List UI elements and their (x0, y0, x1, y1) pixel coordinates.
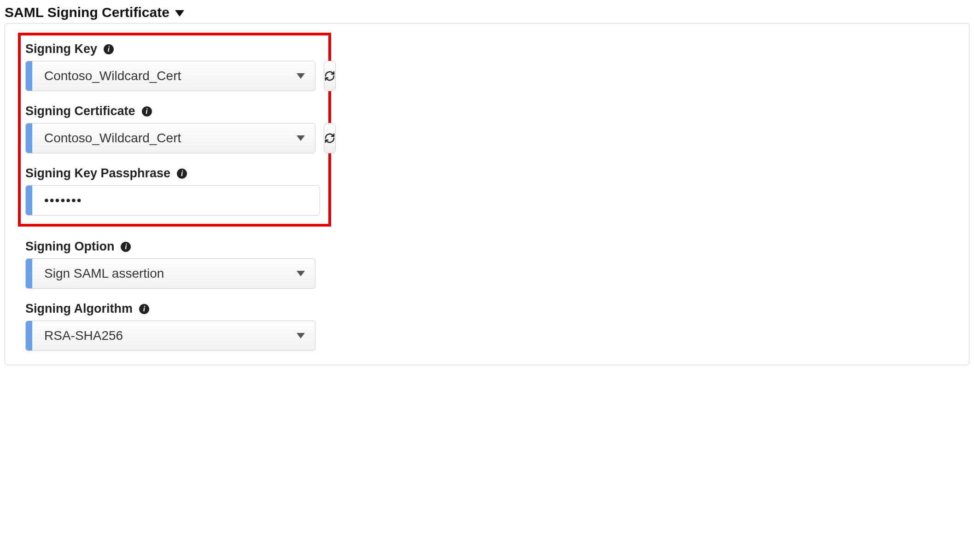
field-label-row: Signing Algorithm i (25, 302, 949, 316)
signing-key-passphrase-field[interactable] (25, 185, 320, 216)
field-label-row: Signing Key i (25, 42, 320, 56)
saml-signing-certificate-panel: Signing Key i Contoso_Wildcard_Cert (5, 23, 969, 365)
caret-down-icon (175, 10, 184, 17)
accent-bar (26, 186, 32, 215)
info-icon[interactable]: i (121, 242, 131, 252)
field-signing-key: Signing Key i Contoso_Wildcard_Cert (25, 42, 320, 91)
chevron-down-icon (297, 271, 305, 276)
accent-bar (26, 259, 32, 288)
signing-certificate-value: Contoso_Wildcard_Cert (32, 131, 297, 146)
info-icon[interactable]: i (142, 106, 152, 117)
accent-bar (26, 321, 32, 350)
signing-option-select[interactable]: Sign SAML assertion (25, 258, 315, 289)
signing-certificate-select[interactable]: Contoso_Wildcard_Cert (25, 123, 315, 153)
refresh-icon (324, 133, 335, 144)
field-label-row: Signing Option i (25, 239, 949, 254)
info-icon[interactable]: i (104, 44, 114, 54)
chevron-down-icon (297, 135, 305, 141)
chevron-down-icon (297, 333, 305, 338)
signing-key-label: Signing Key (25, 42, 97, 56)
info-icon[interactable]: i (177, 169, 187, 179)
field-label-row: Signing Certificate i (25, 104, 320, 118)
select-row: RSA-SHA256 (25, 321, 949, 351)
signing-option-label: Signing Option (25, 239, 114, 254)
refresh-button[interactable] (324, 123, 336, 153)
field-signing-option: Signing Option i Sign SAML assertion (25, 239, 949, 289)
signing-key-passphrase-label: Signing Key Passphrase (25, 166, 170, 181)
signing-algorithm-label: Signing Algorithm (25, 302, 133, 316)
select-row: Contoso_Wildcard_Cert (25, 61, 320, 91)
field-label-row: Signing Key Passphrase i (25, 166, 320, 181)
select-row: Sign SAML assertion (25, 258, 949, 289)
signing-key-value: Contoso_Wildcard_Cert (32, 69, 297, 83)
field-signing-key-passphrase: Signing Key Passphrase i (25, 166, 320, 216)
refresh-button[interactable] (324, 61, 336, 91)
section-title: SAML Signing Certificate (5, 5, 169, 20)
signing-option-value: Sign SAML assertion (32, 266, 297, 281)
accent-bar (26, 123, 32, 153)
chevron-down-icon (297, 73, 305, 79)
signing-key-passphrase-input[interactable] (32, 193, 320, 208)
accent-bar (26, 61, 32, 91)
signing-key-select[interactable]: Contoso_Wildcard_Cert (25, 61, 315, 91)
field-signing-certificate: Signing Certificate i Contoso_Wildcard_C… (25, 104, 320, 153)
field-signing-algorithm: Signing Algorithm i RSA-SHA256 (25, 302, 949, 351)
select-row: Contoso_Wildcard_Cert (25, 123, 320, 153)
signing-algorithm-select[interactable]: RSA-SHA256 (25, 321, 315, 351)
signing-algorithm-value: RSA-SHA256 (32, 328, 297, 343)
info-icon[interactable]: i (139, 304, 149, 314)
highlight-box: Signing Key i Contoso_Wildcard_Cert (18, 33, 331, 227)
refresh-icon (324, 70, 335, 82)
signing-certificate-label: Signing Certificate (25, 104, 135, 118)
section-header[interactable]: SAML Signing Certificate (5, 5, 969, 20)
